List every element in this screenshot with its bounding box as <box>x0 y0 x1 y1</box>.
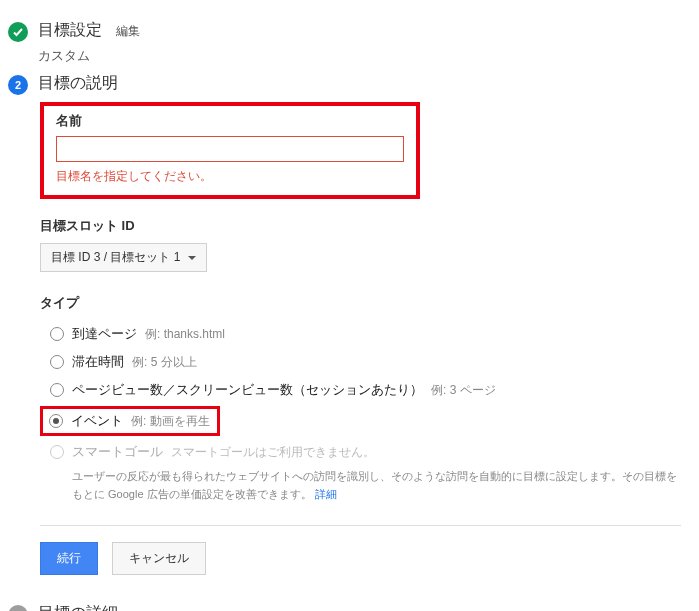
goal-slot-dropdown[interactable]: 目標 ID 3 / 目標セット 1 <box>40 243 207 272</box>
name-section: 名前 目標名を指定してください。 <box>40 102 420 199</box>
type-pages-label: ページビュー数／スクリーンビュー数（セッションあたり） <box>72 381 423 399</box>
step-setup-title: 目標設定 <box>38 20 102 41</box>
type-event-hint: 例: 動画を再生 <box>131 413 210 430</box>
goal-name-input[interactable] <box>56 136 404 162</box>
type-duration-hint: 例: 5 分以上 <box>132 354 197 371</box>
type-event-label: イベント <box>71 412 123 430</box>
type-destination-label: 到達ページ <box>72 325 137 343</box>
divider <box>40 525 681 526</box>
step-goal-details: 3 目標の詳細 <box>8 603 691 611</box>
type-duration-option[interactable]: 滞在時間 例: 5 分以上 <box>40 348 681 376</box>
smart-goal-description: ユーザーの反応が最も得られたウェブサイトへの訪問を識別し、そのような訪問を自動的… <box>40 468 680 503</box>
step-goal-setup: 目標設定 編集 カスタム <box>8 20 691 65</box>
smart-desc-link[interactable]: 詳細 <box>315 488 337 500</box>
step-desc-title: 目標の説明 <box>38 73 118 94</box>
type-smart-option: スマートゴール スマートゴールはご利用できません。 <box>40 438 681 466</box>
type-smart-label: スマートゴール <box>72 443 163 461</box>
continue-button[interactable]: 続行 <box>40 542 98 575</box>
radio-icon <box>50 383 64 397</box>
step-number-icon: 2 <box>8 75 28 95</box>
name-error-text: 目標名を指定してください。 <box>56 168 404 185</box>
type-event-option[interactable]: イベント 例: 動画を再生 <box>40 406 220 436</box>
type-label: タイプ <box>40 294 681 312</box>
type-destination-option[interactable]: 到達ページ 例: thanks.html <box>40 320 681 348</box>
goal-slot-selected: 目標 ID 3 / 目標セット 1 <box>51 249 180 266</box>
step-number-icon: 3 <box>8 605 28 611</box>
edit-link[interactable]: 編集 <box>116 23 140 40</box>
radio-icon <box>50 327 64 341</box>
button-row: 続行 キャンセル <box>40 542 681 575</box>
step-goal-description: 2 目標の説明 名前 目標名を指定してください。 目標スロット ID 目標 ID… <box>8 73 691 595</box>
chevron-down-icon <box>188 256 196 260</box>
name-label: 名前 <box>56 112 404 130</box>
step-details-title: 目標の詳細 <box>38 603 118 611</box>
smart-desc-text: ユーザーの反応が最も得られたウェブサイトへの訪問を識別し、そのような訪問を自動的… <box>72 470 677 500</box>
radio-icon <box>50 445 64 459</box>
check-icon <box>8 22 28 42</box>
type-pages-hint: 例: 3 ページ <box>431 382 496 399</box>
type-smart-hint: スマートゴールはご利用できません。 <box>171 444 375 461</box>
radio-icon <box>49 414 63 428</box>
radio-icon <box>50 355 64 369</box>
type-pages-option[interactable]: ページビュー数／スクリーンビュー数（セッションあたり） 例: 3 ページ <box>40 376 681 404</box>
type-duration-label: 滞在時間 <box>72 353 124 371</box>
type-section: タイプ 到達ページ 例: thanks.html 滞在時間 例: 5 分以上 ペ… <box>40 294 681 503</box>
type-destination-hint: 例: thanks.html <box>145 326 225 343</box>
slot-label: 目標スロット ID <box>40 217 681 235</box>
slot-section: 目標スロット ID 目標 ID 3 / 目標セット 1 <box>40 217 681 272</box>
cancel-button[interactable]: キャンセル <box>112 542 206 575</box>
step-setup-subtitle: カスタム <box>38 47 691 65</box>
